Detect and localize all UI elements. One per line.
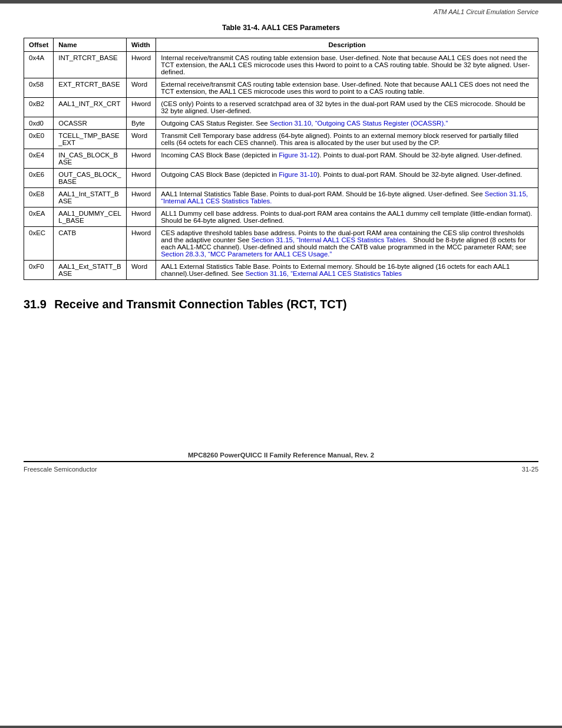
cell-width: Hword (126, 207, 156, 227)
col-header-description: Description (156, 38, 538, 52)
cell-name: EXT_RTCRT_BASE (54, 78, 127, 98)
cell-offset: 0x58 (24, 78, 54, 98)
cell-width: Hword (126, 227, 156, 261)
cell-width: Hword (126, 52, 156, 78)
cell-desc: Incoming CAS Block Base (depicted in Fig… (156, 149, 538, 169)
cell-offset: 0xEA (24, 207, 54, 227)
cell-name: AAL1_INT_RX_CRT (54, 98, 127, 117)
cell-width: Hword (126, 98, 156, 117)
section-title: Receive and Transmit Connection Tables (… (54, 298, 346, 311)
table-row: 0xd0 OCASSR Byte Outgoing CAS Status Reg… (24, 117, 538, 130)
footer: Freescale Semiconductor 31-25 (0, 462, 562, 476)
params-table: Offset Name Width Description 0x4A INT_R… (24, 38, 538, 280)
cell-width: Hword (126, 149, 156, 169)
cell-desc: External receive/transmit CAS routing ta… (156, 78, 538, 98)
section-number: 31.9 (24, 298, 47, 311)
cell-width: Word (126, 261, 156, 280)
table-row: 0xEA AAL1_DUMMY_CELL_BASE Hword ALL1 Dum… (24, 207, 538, 227)
table-row: 0xE8 AAL1_Int_STATT_BASE Hword AAL1 Inte… (24, 188, 538, 207)
cell-name: CATB (54, 227, 127, 261)
cell-desc: AAL1 Internal Statistics Table Base. Poi… (156, 188, 538, 207)
cell-offset: 0xF0 (24, 261, 54, 280)
cell-offset: 0xE8 (24, 188, 54, 207)
cell-offset: 0xE6 (24, 169, 54, 188)
cell-desc: CES adaptive threshold tables base addre… (156, 227, 538, 261)
cell-desc: (CES only) Points to a reserved scratchp… (156, 98, 538, 117)
cell-width: Hword (126, 188, 156, 207)
header-right: ATM AAL1 Circuit Emulation Service (0, 4, 562, 18)
link-ocassr[interactable]: Section 31.10, “Outgoing CAS Status Regi… (270, 120, 448, 127)
footer-right: 31-25 (522, 466, 538, 473)
cell-name: INT_RTCRT_BASE (54, 52, 127, 78)
link-sec31-15-statt[interactable]: Section 31.15, “Internal AAL1 CES Statis… (161, 190, 528, 205)
link-sec28-3-3[interactable]: Section 28.3.3, “MCC Parameters for AAL1… (161, 251, 332, 258)
cell-width: Byte (126, 117, 156, 130)
table-row: 0x58 EXT_RTCRT_BASE Word External receiv… (24, 78, 538, 98)
cell-offset: 0x4A (24, 52, 54, 78)
cell-desc: Outgoing CAS Block Base (depicted in Fig… (156, 169, 538, 188)
cell-offset: 0xd0 (24, 117, 54, 130)
table-row: 0x4A INT_RTCRT_BASE Hword Internal recei… (24, 52, 538, 78)
cell-offset: 0xB2 (24, 98, 54, 117)
cell-offset: 0xE0 (24, 130, 54, 149)
bottom-bar (0, 726, 562, 728)
table-row: 0xE4 IN_CAS_BLOCK_BASE Hword Incoming CA… (24, 149, 538, 169)
link-sec31-16[interactable]: Section 31.16, “External AAL1 CES Statis… (245, 270, 402, 277)
cell-desc: Transmit Cell Temporary base address (64… (156, 130, 538, 149)
link-fig31-10[interactable]: Figure 31-10 (279, 171, 317, 178)
table-title: Table 31-4. AAL1 CES Parameters (24, 24, 538, 32)
table-header-row: Offset Name Width Description (24, 38, 538, 52)
cell-name: TCELL_TMP_BASE_EXT (54, 130, 127, 149)
cell-width: Hword (126, 169, 156, 188)
cell-desc: Internal receive/transmit CAS routing ta… (156, 52, 538, 78)
table-row: 0xF0 AAL1_Ext_STATT_BASE Word AAL1 Exter… (24, 261, 538, 280)
table-row: 0xEC CATB Hword CES adaptive threshold t… (24, 227, 538, 261)
footer-left: Freescale Semiconductor (24, 466, 97, 473)
cell-desc: AAL1 External Statistics Table Base. Poi… (156, 261, 538, 280)
section-heading: 31.9 Receive and Transmit Connection Tab… (24, 298, 538, 311)
cell-width: Word (126, 78, 156, 98)
col-header-offset: Offset (24, 38, 54, 52)
cell-name: OUT_CAS_BLOCK_BASE (54, 169, 127, 188)
cell-offset: 0xEC (24, 227, 54, 261)
col-header-width: Width (126, 38, 156, 52)
table-row: 0xE6 OUT_CAS_BLOCK_BASE Hword Outgoing C… (24, 169, 538, 188)
link-fig31-12[interactable]: Figure 31-12 (279, 151, 317, 159)
footer-center-text: MPC8260 PowerQUICC II Family Reference M… (188, 452, 374, 459)
col-header-name: Name (54, 38, 127, 52)
link-sec31-15-catb[interactable]: Section 31.15, “Internal AAL1 CES Statis… (252, 236, 408, 243)
cell-offset: 0xE4 (24, 149, 54, 169)
cell-name: AAL1_DUMMY_CELL_BASE (54, 207, 127, 227)
cell-name: AAL1_Ext_STATT_BASE (54, 261, 127, 280)
cell-desc: Outgoing CAS Status Register. See Sectio… (156, 117, 538, 130)
cell-name: OCASSR (54, 117, 127, 130)
cell-name: AAL1_Int_STATT_BASE (54, 188, 127, 207)
table-row: 0xE0 TCELL_TMP_BASE_EXT Word Transmit Ce… (24, 130, 538, 149)
footer-center: MPC8260 PowerQUICC II Family Reference M… (0, 447, 562, 461)
cell-name: IN_CAS_BLOCK_BASE (54, 149, 127, 169)
main-content: Table 31-4. AAL1 CES Parameters Offset N… (0, 18, 562, 329)
header-title: ATM AAL1 Circuit Emulation Service (434, 8, 538, 15)
cell-desc: ALL1 Dummy cell base address. Points to … (156, 207, 538, 227)
cell-width: Word (126, 130, 156, 149)
content-spacer (0, 329, 562, 447)
table-row: 0xB2 AAL1_INT_RX_CRT Hword (CES only) Po… (24, 98, 538, 117)
